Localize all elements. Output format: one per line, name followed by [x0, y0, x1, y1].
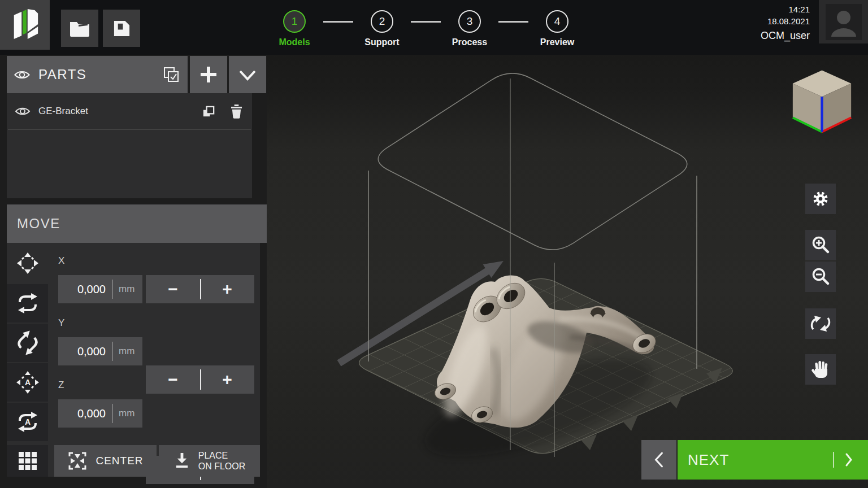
zoom-in-button[interactable]: [805, 230, 836, 260]
axis-y-label: Y: [58, 317, 64, 329]
pan-button[interactable]: [805, 354, 836, 385]
step-connector: [411, 21, 441, 23]
axis-y-value: 0,000: [58, 345, 106, 358]
rotate-icon: [15, 293, 40, 314]
step-1-indicator[interactable]: 1: [283, 10, 306, 33]
axis-y-increment-button[interactable]: +: [200, 365, 254, 394]
axis-z-unit: mm: [119, 408, 142, 419]
step-connector: [498, 21, 528, 23]
axis-x-increment-button[interactable]: +: [200, 275, 254, 303]
step-4-number: 4: [554, 15, 561, 28]
place-on-floor-label: PLACE ON FLOOR: [198, 450, 246, 472]
move-panel-header: MOVE: [7, 204, 267, 243]
center-button-label: CENTER: [96, 455, 143, 467]
axis-x-decrement-button[interactable]: −: [146, 275, 200, 303]
hand-icon: [811, 359, 830, 380]
svg-text:A: A: [24, 378, 30, 387]
place-label-line1: PLACE: [198, 450, 246, 461]
svg-text:A: A: [24, 417, 30, 426]
open-file-button[interactable]: [61, 10, 98, 47]
app-logo-icon: [10, 7, 40, 42]
axis-z-input[interactable]: 0,000 mm: [58, 399, 142, 428]
build-chamber-scene: [267, 55, 868, 488]
zoom-in-icon: [810, 235, 831, 255]
axis-y-stepper: − +: [146, 365, 254, 394]
add-part-button[interactable]: [190, 56, 227, 93]
place-on-floor-button[interactable]: PLACE ON FLOOR: [159, 445, 260, 477]
chevron-left-icon: [653, 451, 665, 468]
select-all-icon[interactable]: [163, 66, 180, 83]
duplicate-icon: [202, 104, 216, 119]
chevron-right-icon: [844, 452, 853, 467]
axis-x-unit: mm: [119, 284, 142, 295]
zoom-out-button[interactable]: [805, 262, 836, 292]
view-cube[interactable]: [789, 66, 854, 135]
user-avatar[interactable]: [819, 0, 868, 43]
rotate-view-button[interactable]: [805, 308, 836, 339]
axis-y-decrement-button[interactable]: −: [146, 365, 200, 394]
parts-list: GE-Bracket: [7, 93, 252, 198]
duplicate-part-button[interactable]: [196, 104, 222, 119]
zoom-out-icon: [810, 267, 831, 287]
axis-y-input[interactable]: 0,000 mm: [58, 337, 142, 365]
parts-panel-title: PARTS: [38, 67, 163, 82]
next-button[interactable]: NEXT: [678, 440, 868, 480]
step-1-number: 1: [292, 15, 298, 28]
view-cube-icon: [789, 66, 854, 135]
save-icon: [112, 19, 131, 38]
grid-icon: [18, 451, 37, 470]
divider: [200, 279, 201, 299]
delete-part-button[interactable]: [222, 104, 251, 119]
parts-visibility-eye-icon[interactable]: [14, 69, 31, 81]
viewport-3d[interactable]: [267, 55, 868, 488]
collapse-parts-button[interactable]: [229, 56, 266, 93]
clock-block: 14:21 18.08.2021 OCM_user: [708, 3, 810, 42]
divider: [112, 342, 113, 361]
axis-x-input[interactable]: 0,000 mm: [58, 275, 142, 303]
app-logo-button[interactable]: [0, 0, 50, 50]
free-rotate-tool-button[interactable]: [7, 324, 48, 362]
part-visibility-eye-icon[interactable]: [15, 106, 31, 117]
divider: [833, 452, 834, 468]
place-on-floor-icon: [173, 452, 190, 470]
date-text: 18.08.2021: [708, 15, 810, 27]
move-all-icon: A: [15, 370, 40, 395]
rotate-tool-button[interactable]: [7, 284, 48, 323]
step-3-label[interactable]: Process: [441, 37, 498, 47]
step-connector: [323, 21, 353, 23]
step-3-number: 3: [467, 15, 473, 28]
settings-button[interactable]: [805, 184, 836, 214]
save-button[interactable]: [103, 10, 140, 47]
step-2-indicator[interactable]: 2: [371, 10, 393, 33]
axis-x-label: X: [58, 255, 64, 267]
place-label-line2: ON FLOOR: [198, 461, 246, 472]
divider: [112, 280, 113, 299]
move-tool-button[interactable]: [7, 243, 48, 283]
username-text: OCM_user: [708, 30, 810, 42]
application-window: 1 2 3 4 Models Support Process Preview 1…: [0, 0, 868, 488]
trash-icon: [231, 104, 242, 119]
divider: [112, 404, 113, 423]
axis-x-stepper: − +: [146, 275, 254, 303]
step-3-indicator[interactable]: 3: [458, 10, 481, 33]
rotate-all-tool-button[interactable]: A: [7, 403, 48, 441]
move-all-tool-button[interactable]: A: [7, 363, 48, 402]
center-button[interactable]: CENTER: [54, 445, 157, 477]
rotate-view-icon: [809, 314, 832, 333]
folder-icon: [69, 20, 90, 37]
axis-z-value: 0,000: [58, 407, 106, 420]
back-button[interactable]: [641, 440, 676, 480]
part-row[interactable]: GE-Bracket: [8, 93, 251, 130]
time-text: 14:21: [708, 3, 810, 15]
part-name: GE-Bracket: [38, 106, 196, 117]
step-2-label[interactable]: Support: [354, 37, 410, 47]
step-1-label[interactable]: Models: [266, 37, 323, 47]
step-4-indicator[interactable]: 4: [546, 10, 568, 33]
arrange-grid-tool-button[interactable]: [7, 445, 48, 477]
axis-z-label: Z: [58, 380, 64, 391]
center-icon: [67, 451, 88, 471]
step-2-number: 2: [379, 15, 385, 28]
step-4-label[interactable]: Preview: [529, 37, 585, 47]
gear-icon: [809, 188, 832, 210]
chevron-down-icon: [238, 67, 257, 82]
